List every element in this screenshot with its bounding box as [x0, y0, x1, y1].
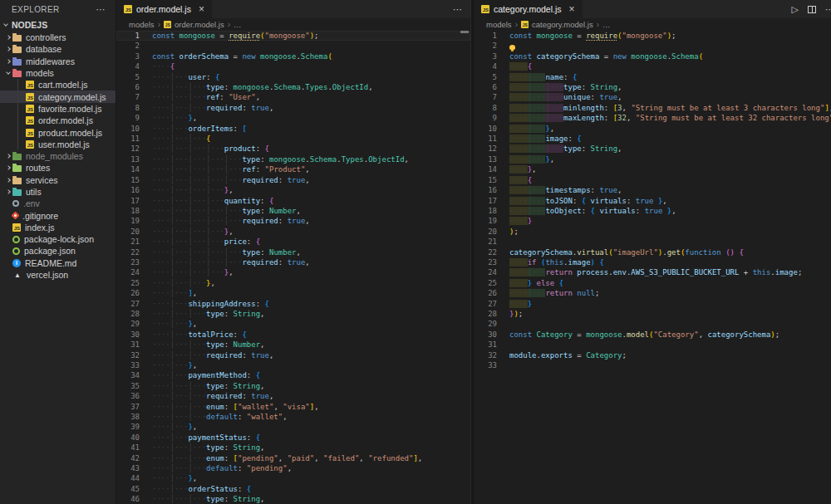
line-number[interactable]: 12 — [474, 144, 497, 154]
line-number[interactable]: 15 — [116, 175, 140, 185]
explorer-item-database[interactable]: database — [0, 43, 116, 55]
line-number[interactable]: 38 — [116, 412, 140, 422]
line-number[interactable]: 14 — [116, 164, 140, 174]
line-number[interactable]: 34 — [116, 370, 140, 380]
explorer-item-routes[interactable]: routes — [0, 162, 116, 174]
line-number[interactable]: 7 — [116, 92, 140, 102]
explorer-item-.gitignore[interactable]: .gitignore — [0, 209, 116, 221]
line-number[interactable]: 8 — [474, 103, 497, 113]
run-file-icon[interactable]: ▷ — [792, 4, 799, 15]
explorer-item-services[interactable]: services — [0, 174, 116, 186]
line-number[interactable]: 18 — [474, 206, 497, 216]
code-line[interactable]: 43····│···│···default: "pending", — [116, 463, 470, 473]
code-line[interactable]: 6····│···│···type: mongoose.Schema.Types… — [116, 82, 470, 92]
explorer-root-folder[interactable]: NODEJS — [0, 18, 116, 32]
close-tab-icon[interactable]: × — [199, 4, 204, 14]
line-number[interactable]: 24 — [116, 267, 140, 277]
line-number[interactable]: 23 — [474, 257, 497, 267]
line-number[interactable]: 39 — [116, 422, 140, 432]
code-editor-category-model[interactable]: 1const mongoose = require("mongoose");23… — [474, 30, 831, 504]
code-line[interactable]: 9····│···}, — [116, 113, 470, 123]
code-line[interactable]: 37····│···│···enum: ["wallet", "visa"], — [116, 402, 470, 412]
code-line[interactable]: 21 — [474, 237, 831, 247]
line-number[interactable]: 28 — [474, 309, 497, 319]
code-line[interactable]: 32····│···│···required: true, — [116, 350, 470, 360]
line-number[interactable]: 13 — [474, 154, 497, 164]
line-number[interactable]: 22 — [116, 247, 140, 257]
line-number[interactable]: 26 — [474, 288, 497, 298]
code-line[interactable]: 29 — [474, 319, 831, 329]
line-number[interactable]: 41 — [116, 443, 140, 453]
breadcrumb-file[interactable]: category.model.js — [532, 20, 593, 29]
line-number[interactable]: 24 — [474, 267, 497, 277]
line-number[interactable]: 30 — [116, 330, 140, 340]
code-line[interactable]: 20); — [474, 227, 831, 237]
explorer-item-favorite.model.js[interactable]: JSfavorite.model.js — [0, 103, 116, 115]
code-line[interactable]: 15····│···│···│···│···required: true, — [116, 175, 470, 185]
line-number[interactable]: 21 — [474, 237, 497, 247]
line-number[interactable]: 18 — [116, 206, 140, 216]
line-number[interactable]: 37 — [116, 402, 140, 412]
line-number[interactable]: 22 — [474, 247, 497, 257]
line-number[interactable]: 17 — [474, 196, 497, 206]
code-line[interactable]: 26····│···return null; — [474, 288, 831, 298]
chevron-right-icon[interactable] — [6, 178, 11, 183]
code-line[interactable]: 3const categorySchema = new mongoose.Sch… — [474, 51, 831, 61]
line-number[interactable]: 33 — [116, 360, 140, 370]
line-number[interactable]: 20 — [116, 227, 140, 237]
code-line[interactable]: 9····│···│···maxLength: [32, "String mus… — [474, 113, 831, 123]
code-line[interactable]: 30····│···totalPrice: { — [116, 330, 470, 340]
code-line[interactable]: 41····│···│···type: String, — [116, 443, 470, 453]
code-line[interactable]: 31····│···│···type: Number, — [116, 340, 470, 350]
code-line[interactable]: 45····│···orderStatus: { — [116, 484, 470, 494]
code-line[interactable]: 10····│···orderItems: [ — [116, 124, 470, 134]
code-line[interactable]: 42····│···│···enum: ["pending", "paid", … — [116, 453, 470, 463]
line-number[interactable]: 4 — [116, 61, 140, 71]
line-number[interactable]: 3 — [474, 51, 497, 61]
code-line[interactable]: 7····│···│···unique: true, — [474, 92, 831, 102]
line-number[interactable]: 5 — [116, 72, 140, 82]
explorer-item-cart.model.js[interactable]: JScart.model.js — [0, 79, 116, 91]
code-line[interactable]: 14····│···│···│···│···ref: "Product", — [116, 164, 470, 174]
line-number[interactable]: 1 — [474, 31, 497, 41]
code-line[interactable]: 17····│···│···│···quantity: { — [116, 196, 470, 206]
line-number[interactable]: 27 — [474, 299, 497, 309]
line-number[interactable]: 7 — [474, 92, 497, 102]
line-number[interactable]: 21 — [116, 237, 140, 247]
line-number[interactable]: 15 — [474, 175, 497, 185]
code-line[interactable]: 24····│···│···│···}, — [116, 267, 470, 277]
code-line[interactable]: 18····│···toObject: { virtuals: true }, — [474, 206, 831, 216]
code-line[interactable]: 14····}, — [474, 164, 831, 174]
explorer-item-middlewares[interactable]: middlewares — [0, 56, 116, 67]
code-line[interactable]: 21····│···│···│···price: { — [116, 237, 470, 247]
line-number[interactable]: 26 — [116, 288, 140, 298]
code-line[interactable]: 20····│···│···│···}, — [116, 227, 470, 237]
line-number[interactable]: 27 — [116, 299, 140, 309]
code-line[interactable]: 19····} — [474, 216, 831, 226]
chevron-right-icon[interactable] — [6, 47, 11, 52]
code-line[interactable]: 39····│···}, — [116, 422, 470, 432]
line-number[interactable]: 16 — [116, 185, 140, 195]
explorer-item-package-lock.json[interactable]: package-lock.json — [0, 233, 116, 245]
code-line[interactable]: 23····│···│···│···│···required: true, — [116, 257, 470, 267]
code-line[interactable]: 7····│···│···ref: "User", — [116, 92, 470, 102]
breadcrumb-symbol[interactable]: … — [602, 20, 611, 29]
code-line[interactable]: 5····│···user: { — [116, 72, 470, 82]
breadcrumb-file[interactable]: order.model.js — [175, 20, 224, 29]
code-line[interactable]: 1const mongoose = require("mongoose"); — [116, 31, 470, 41]
code-line[interactable]: 27····} — [474, 299, 831, 309]
line-number[interactable]: 14 — [474, 164, 497, 174]
line-number[interactable]: 19 — [116, 216, 140, 226]
more-actions-icon[interactable]: ⋯ — [453, 4, 462, 15]
code-line[interactable]: 34····│···paymentMethod: { — [116, 370, 470, 380]
explorer-more-actions-icon[interactable]: ⋯ — [96, 4, 106, 15]
explorer-item-index.js[interactable]: JSindex.js — [0, 222, 116, 233]
code-line[interactable]: 12····│···│···│···product: { — [116, 144, 470, 154]
breadcrumb-folder[interactable]: models — [129, 20, 155, 29]
line-number[interactable]: 19 — [474, 216, 497, 226]
line-number[interactable]: 46 — [116, 494, 140, 504]
code-line[interactable]: 23····if (this.image) { — [474, 257, 831, 267]
tab-category-model-js[interactable]: JS category.model.js × — [474, 0, 583, 18]
code-line[interactable]: 19····│···│···│···│···required: true, — [116, 216, 470, 226]
line-number[interactable]: 4 — [474, 61, 497, 71]
